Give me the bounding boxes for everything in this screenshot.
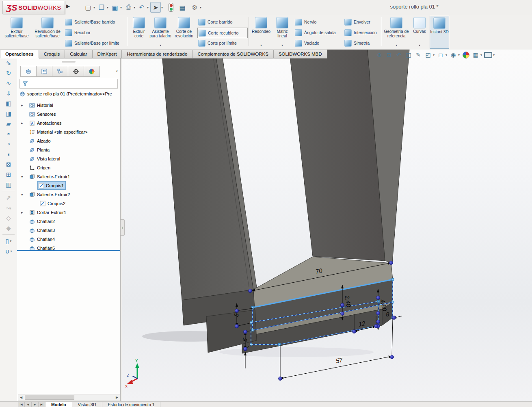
display-style-caret-icon[interactable]: ▾ <box>445 53 447 57</box>
display-style-icon[interactable]: ◻ <box>436 51 445 59</box>
tree-item-croquis1[interactable]: Croquis1 <box>17 181 120 190</box>
fillet-button[interactable]: Redondeo ▾ <box>250 16 272 48</box>
select-caret-icon[interactable]: ▾ <box>161 6 163 9</box>
tree-item-origen[interactable]: Origen <box>17 163 120 172</box>
planar-surface-tool-icon[interactable]: ▰ <box>0 119 17 129</box>
expand-expanded-icon[interactable]: ▾ <box>21 175 25 179</box>
new-caret-icon[interactable]: ▾ <box>93 6 95 9</box>
reference-geometry-tool-icon[interactable]: ▯▾ <box>0 236 17 246</box>
options-gear-icon[interactable]: ⚙ <box>190 2 199 12</box>
print-icon[interactable]: ⎙ <box>123 2 133 12</box>
tree-item-cortar-extruir1[interactable]: ▸ Cortar-Extruir1 <box>17 208 120 216</box>
apply-scene-caret-icon[interactable]: ▾ <box>480 53 482 57</box>
featuremanager-tree-tab[interactable] <box>20 66 37 77</box>
undo-icon[interactable]: ↶ <box>137 2 147 12</box>
sweep-tool-icon[interactable]: ∿ <box>0 78 17 88</box>
tab-complementos[interactable]: Complementos de SOLIDWORKS <box>192 50 273 58</box>
hide-show-items-icon[interactable]: ◉ <box>448 51 458 59</box>
tree-item-chaflan3[interactable]: Chaflán3 <box>17 226 120 234</box>
previous-view-icon[interactable]: ↶ <box>394 51 404 59</box>
file-properties-icon[interactable]: ▤ <box>177 2 187 12</box>
delete-face-tool-icon[interactable]: ⊠ <box>0 159 17 169</box>
knit-surface-tool-icon[interactable]: ▥ <box>0 180 17 190</box>
tab-solidworks-mbd[interactable]: SOLIDWORKS MBD <box>274 50 327 58</box>
view-orientation-caret-icon[interactable]: ▾ <box>433 53 435 57</box>
view-orientation-icon[interactable]: ◰ <box>423 51 433 59</box>
curves-tool-icon[interactable]: ∪▾ <box>0 246 17 256</box>
apply-scene-icon[interactable]: ▦ <box>471 51 480 59</box>
tree-filter-input[interactable] <box>30 81 117 87</box>
linear-pattern-caret-icon[interactable]: ▾ <box>273 43 292 48</box>
move-face-tool-icon[interactable]: ⇗ <box>0 193 17 203</box>
scroll-left-icon[interactable]: ◀ <box>18 395 24 400</box>
dimxpertmanager-tab[interactable] <box>68 66 84 77</box>
edit-appearance-icon[interactable] <box>461 51 471 59</box>
undo-caret-icon[interactable]: ▾ <box>147 6 149 9</box>
expand-collapsed-icon[interactable]: ▸ <box>21 121 25 125</box>
prev-tab-icon[interactable]: ◀ <box>25 402 32 407</box>
tree-filter-box[interactable] <box>19 79 118 89</box>
shell-button[interactable]: Vaciado <box>294 38 342 48</box>
draft-button[interactable]: Ángulo de salida <box>294 28 342 37</box>
fillet-caret-icon[interactable]: ▾ <box>250 43 272 48</box>
save-icon[interactable]: ▣ <box>110 2 120 12</box>
offset-surface-tool-icon[interactable]: ↝ <box>0 203 17 213</box>
tab-operaciones[interactable]: Operaciones <box>0 50 39 58</box>
tree-item-saliente-extruir2[interactable]: ▾ Saliente-Extruir2 <box>17 190 120 199</box>
tab-estudio-movimiento[interactable]: Estudio de movimiento 1 <box>102 402 161 407</box>
tree-item-croquis2[interactable]: Croquis2 <box>17 199 120 208</box>
panel-grip[interactable] <box>62 61 76 63</box>
rib-button[interactable]: Nervio <box>294 17 342 27</box>
graphics-viewport[interactable]: 70 5 5 2.40 4.80 12 8 57 <box>122 50 532 401</box>
menu-expand-icon[interactable]: ▶ <box>66 3 70 9</box>
tree-item-alzado[interactable]: Alzado <box>17 136 120 145</box>
scrollbar-thumb[interactable] <box>25 395 74 400</box>
open-caret-icon[interactable]: ▾ <box>107 6 108 9</box>
scroll-right-icon[interactable]: ▶ <box>114 395 120 400</box>
tab-herramientas-renderizado[interactable]: Herramientas de renderizado <box>122 50 192 58</box>
sketch-annotation-icon[interactable]: ✎ <box>413 51 423 59</box>
tree-item-vista-lateral[interactable]: Vista lateral <box>17 154 120 163</box>
zoom-to-area-icon[interactable]: ⊡ <box>384 51 394 59</box>
swept-cut-button[interactable]: Corte barrido <box>197 17 248 27</box>
revolve-tool-icon[interactable]: ↻ <box>0 68 17 78</box>
panel-chevron-icon[interactable]: › <box>116 67 118 74</box>
revolve-cut-button[interactable]: Corte de revolución <box>172 16 196 48</box>
boundary-tool-icon[interactable]: ◧ <box>0 98 17 108</box>
first-tab-icon[interactable]: |◀ <box>18 402 25 407</box>
reference-geometry-button[interactable]: Geometría de referencia ▾ <box>383 16 409 48</box>
ruled-surface-tool-icon[interactable]: ◇ <box>0 213 17 223</box>
curves-caret-icon[interactable]: ▾ <box>411 43 428 48</box>
tree-horizontal-scrollbar[interactable]: ◀ ▶ <box>18 394 120 401</box>
boundary-boss-button[interactable]: Saliente/Base por límite <box>64 38 126 48</box>
loft-tool-icon[interactable]: ⇓ <box>0 88 17 98</box>
tree-item-chaflan4[interactable]: Chaflán4 <box>17 235 120 243</box>
reference-geometry-caret-icon[interactable]: ▾ <box>383 43 409 48</box>
replace-face-tool-icon[interactable]: ⊞ <box>0 169 17 180</box>
tree-item-chaflan2[interactable]: Chaflán2 <box>17 217 120 225</box>
last-tab-icon[interactable]: ▶| <box>39 402 45 407</box>
expand-collapsed-icon[interactable]: ▸ <box>21 210 25 214</box>
curves-button[interactable]: Curvas ▾ <box>411 16 428 48</box>
propertymanager-tab[interactable] <box>37 66 52 77</box>
extrude-cut-button[interactable]: Extruir corte <box>129 16 149 48</box>
swept-boss-button[interactable]: Saliente/Base barrido <box>64 17 126 27</box>
options-caret-icon[interactable]: ▾ <box>200 6 201 9</box>
boundary-cut-button[interactable]: Corte por límite <box>197 38 248 48</box>
view-settings-icon[interactable] <box>483 51 493 59</box>
tree-root-item[interactable]: soporte rollo pla 01 (Predeterminado<<Pr… <box>17 89 120 98</box>
extrude-boss-button[interactable]: Extruir saliente/base <box>3 16 30 48</box>
save-caret-icon[interactable]: ▾ <box>120 6 122 9</box>
configurationmanager-tab[interactable] <box>52 66 68 77</box>
section-view-icon[interactable]: ◫ <box>404 51 413 59</box>
revolve-boss-button[interactable]: Revolución de saliente/base <box>33 16 62 48</box>
view-settings-caret-icon[interactable]: ▾ <box>493 53 495 57</box>
rollback-bar[interactable] <box>17 250 120 251</box>
expand-collapsed-icon[interactable]: ▸ <box>21 103 25 107</box>
tree-item-material[interactable]: Material <sin especificar> <box>17 128 120 136</box>
open-document-icon[interactable]: ❐ <box>97 2 106 12</box>
tree-item-historial[interactable]: ▸ Historial <box>17 101 120 109</box>
hole-wizard-button[interactable]: Asistente para taladro ▾ <box>149 16 171 48</box>
lofted-cut-button[interactable]: Corte recubierto <box>197 28 248 38</box>
tab-dimxpert[interactable]: DimXpert <box>93 50 122 58</box>
